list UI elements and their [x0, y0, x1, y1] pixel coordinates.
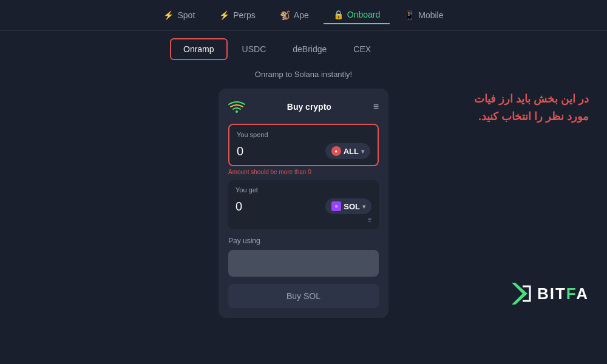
nav-onboard-label: Onboard: [347, 10, 380, 19]
bitfa-text: BITFA: [537, 285, 589, 303]
get-footer-icon: ≡: [236, 217, 371, 223]
buy-button[interactable]: Buy SOL: [228, 284, 379, 308]
currency-selector[interactable]: ● ALL ▾: [325, 143, 370, 159]
card-header: Buy crypto ≡: [228, 98, 379, 115]
get-amount-row: 0 ≡ SOL ▾: [236, 198, 371, 214]
get-amount: 0: [236, 200, 242, 214]
nav-spot-label: Spot: [177, 10, 195, 20]
sub-navigation: Onramp USDC deBridge CEX: [0, 31, 607, 60]
nav-mobile-label: Mobile: [418, 10, 443, 20]
subtitle: Onramp to Solana instantly!: [255, 70, 352, 79]
currency-label: ALL: [344, 147, 359, 156]
nav-spot[interactable]: ⚡ Spot: [154, 7, 205, 24]
pay-input-area[interactable]: [228, 250, 379, 277]
perps-icon: ⚡: [219, 10, 229, 20]
buy-crypto-card: Buy crypto ≡ You spend ● ALL ▾ Amount sh…: [219, 89, 388, 318]
sol-chevron-icon: ▾: [362, 203, 365, 210]
get-section: You get 0 ≡ SOL ▾ ≡: [228, 180, 379, 229]
sol-label: SOL: [344, 202, 360, 211]
sol-icon: ≡: [331, 201, 341, 211]
annotation-line2: مورد نظر را انتخاب کنید.: [474, 108, 589, 126]
subnav-cex-label: CEX: [353, 44, 371, 54]
spend-amount-row: ● ALL ▾: [237, 143, 370, 159]
pay-label: Pay using: [228, 237, 379, 245]
bitfa-logo-icon: [510, 281, 532, 306]
onboard-icon: 🔒: [333, 10, 344, 19]
pay-section: Pay using: [228, 237, 379, 277]
main-content: Onramp to Solana instantly! Buy crypto ≡: [0, 60, 607, 318]
nav-onboard[interactable]: 🔒 Onboard: [324, 6, 390, 24]
nav-ape-label: Ape: [294, 10, 309, 20]
card-menu-icon[interactable]: ≡: [373, 101, 379, 112]
top-navigation: ⚡ Spot ⚡ Perps 🐒 Ape 🔒 Onboard 📱 Mobile: [0, 0, 607, 31]
get-label: You get: [236, 186, 371, 194]
annotation-line1: در این بخش باید ارز فیات: [474, 90, 589, 108]
nav-perps-label: Perps: [233, 10, 256, 20]
chevron-down-icon: ▾: [361, 148, 364, 155]
nav-perps[interactable]: ⚡ Perps: [209, 7, 265, 24]
spend-amount-input[interactable]: [237, 144, 297, 158]
subnav-cex[interactable]: CEX: [341, 39, 383, 59]
card-title: Buy crypto: [245, 102, 373, 112]
spend-section: You spend ● ALL ▾: [228, 124, 379, 166]
currency-dot-icon: ●: [331, 146, 341, 156]
mobile-icon: 📱: [404, 10, 415, 20]
spend-label: You spend: [237, 131, 370, 138]
subnav-debridge-label: deBridge: [293, 44, 327, 54]
spot-icon: ⚡: [163, 10, 174, 20]
signal-logo: [228, 98, 245, 115]
subnav-onramp[interactable]: Onramp: [170, 38, 228, 60]
subnav-onramp-label: Onramp: [183, 44, 214, 54]
nav-mobile[interactable]: 📱 Mobile: [395, 7, 453, 24]
bitfa-logo: BITFA: [510, 281, 589, 306]
svg-point-0: [236, 110, 238, 113]
annotation-text: در این بخش باید ارز فیات مورد نظر را انت…: [474, 90, 589, 126]
spend-error: Amount should be more than 0: [228, 169, 379, 175]
ape-icon: 🐒: [280, 10, 290, 20]
subnav-usdc-label: USDC: [242, 44, 266, 54]
subnav-usdc[interactable]: USDC: [230, 39, 279, 59]
sol-selector[interactable]: ≡ SOL ▾: [325, 198, 371, 214]
nav-ape[interactable]: 🐒 Ape: [270, 7, 319, 24]
subnav-debridge[interactable]: deBridge: [280, 39, 339, 59]
